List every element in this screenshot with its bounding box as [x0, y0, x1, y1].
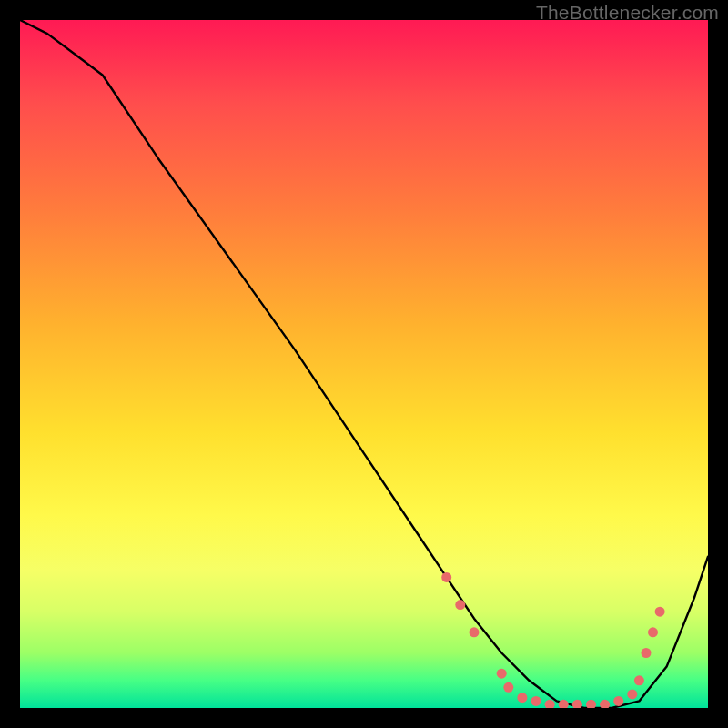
marker-dot: [572, 700, 582, 708]
marker-dot: [441, 572, 451, 582]
main-curve: [20, 20, 708, 708]
chart-svg: [20, 20, 708, 708]
curve-layer: [20, 20, 708, 708]
marker-dot: [470, 627, 480, 637]
marker-dot: [497, 669, 507, 679]
marker-dot: [655, 607, 665, 617]
marker-dot: [648, 627, 658, 637]
marker-dot: [531, 696, 541, 706]
marker-dot: [545, 700, 555, 708]
marker-dot: [627, 689, 637, 699]
marker-dot: [634, 675, 644, 685]
chart-stage: TheBottlenecker.com: [0, 0, 728, 728]
marker-dot: [517, 693, 527, 703]
watermark-label: TheBottlenecker.com: [536, 2, 719, 24]
marker-dots: [441, 572, 664, 708]
marker-dot: [613, 696, 623, 706]
marker-dot: [642, 648, 652, 658]
marker-dot: [586, 700, 596, 708]
marker-dot: [503, 682, 513, 693]
chart-plot-area: [20, 20, 708, 708]
marker-dot: [600, 700, 610, 708]
marker-dot: [455, 600, 465, 610]
